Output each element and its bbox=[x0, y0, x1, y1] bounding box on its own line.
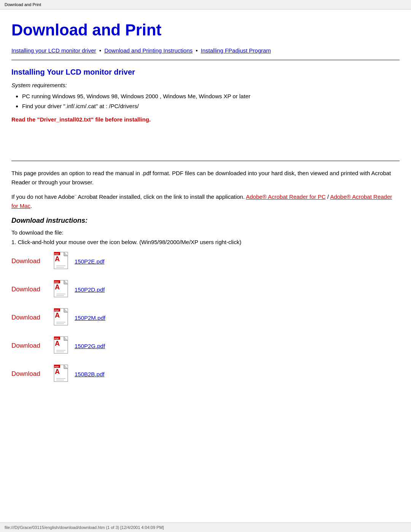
pdf-icon-3[interactable]: PDF A bbox=[53, 336, 72, 356]
svg-text:A: A bbox=[55, 283, 60, 291]
system-req-label: System requirements: bbox=[11, 82, 400, 88]
pdf-link-0[interactable]: 150P2E.pdf bbox=[75, 258, 104, 265]
pdf-info-section: This page provides an option to read the… bbox=[11, 169, 400, 211]
pdf-icon-4[interactable]: PDF A bbox=[53, 364, 72, 384]
pdf-link-1[interactable]: 150P2D.pdf bbox=[75, 286, 105, 293]
nav-link-fpadjust[interactable]: Installing FPadjust Program bbox=[201, 47, 271, 54]
nav-separator-1: • bbox=[98, 47, 103, 54]
download-section: Download instructions: To download the f… bbox=[11, 217, 400, 384]
download-label-2: Download bbox=[11, 314, 53, 321]
pdf-link-3[interactable]: 150P2G.pdf bbox=[75, 343, 105, 349]
section-gap bbox=[11, 126, 400, 157]
nav-separator-2: • bbox=[194, 47, 199, 54]
list-item: PC running Windows 95, Windows 98, Windo… bbox=[22, 91, 400, 101]
acrobat-pc-link[interactable]: Adobe® Acrobat Reader for PC bbox=[246, 193, 326, 200]
svg-text:A: A bbox=[55, 368, 60, 375]
download-label-1: Download bbox=[11, 286, 53, 293]
nav-link-download-instructions[interactable]: Download and Printing Instructions bbox=[104, 47, 193, 54]
warning-text: Read the "Driver_install02.txt" file bef… bbox=[11, 116, 400, 123]
svg-text:A: A bbox=[55, 312, 60, 319]
click-instruction-text: 1. Click-and-hold your mouse over the ic… bbox=[11, 239, 400, 245]
info2-before: If you do not have Adobe¨ Acrobat Reader… bbox=[11, 193, 246, 200]
lcd-driver-section: Installing Your LCD monitor driver Syste… bbox=[11, 68, 400, 123]
download-row-4: Download PDF A 150B2B.pdf bbox=[11, 364, 400, 384]
nav-links: Installing your LCD monitor driver • Dow… bbox=[11, 46, 400, 55]
download-instructions-title: Download instructions: bbox=[11, 217, 400, 225]
divider-1 bbox=[11, 60, 400, 60]
pdf-link-2[interactable]: 150P2M.pdf bbox=[75, 315, 105, 321]
pdf-icon-1[interactable]: PDF A bbox=[53, 280, 72, 299]
pdf-info-text-1: This page provides an option to read the… bbox=[11, 169, 400, 187]
download-row-1: Download PDF A 150P2D.pdf bbox=[11, 280, 400, 299]
requirements-list: PC running Windows 95, Windows 98, Windo… bbox=[22, 91, 400, 111]
pdf-info-text-2: If you do not have Adobe¨ Acrobat Reader… bbox=[11, 192, 400, 211]
pdf-icon-0[interactable]: PDF A bbox=[53, 251, 72, 271]
download-row-2: Download PDF A 150P2M.pdf bbox=[11, 308, 400, 328]
download-label-0: Download bbox=[11, 257, 53, 265]
browser-tab: Download and Print bbox=[0, 0, 411, 10]
svg-text:A: A bbox=[55, 255, 60, 263]
page-title: Download and Print bbox=[11, 21, 400, 39]
list-item: Find your driver ".inf/.icm/.cat" at : /… bbox=[22, 101, 400, 111]
link-separator: / bbox=[326, 193, 330, 200]
download-label-3: Download bbox=[11, 342, 53, 350]
pdf-link-4[interactable]: 150B2B.pdf bbox=[75, 371, 104, 377]
lcd-driver-title: Installing Your LCD monitor driver bbox=[11, 68, 400, 77]
pdf-icon-2[interactable]: PDF A bbox=[53, 308, 72, 328]
download-label-4: Download bbox=[11, 370, 53, 378]
divider-2 bbox=[11, 161, 400, 161]
svg-text:A: A bbox=[55, 340, 60, 347]
download-rows: Download PDF A 150P2E.pdf bbox=[11, 251, 400, 384]
download-row-3: Download PDF A 150P2G.pdf bbox=[11, 336, 400, 356]
to-download-text: To download the file: bbox=[11, 229, 400, 236]
info2-after: . bbox=[30, 203, 32, 209]
download-row-0: Download PDF A 150P2E.pdf bbox=[11, 251, 400, 271]
status-bar: file:///D|/Grace/03115/english/download/… bbox=[0, 522, 411, 532]
nav-link-lcd-driver[interactable]: Installing your LCD monitor driver bbox=[11, 47, 96, 54]
